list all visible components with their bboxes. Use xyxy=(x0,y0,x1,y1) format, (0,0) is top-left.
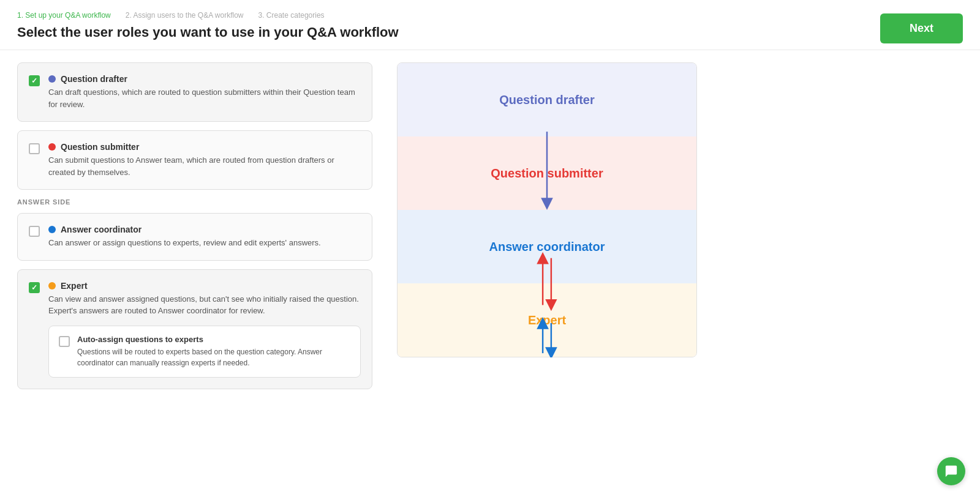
diagram-submitter-section: Question submitter xyxy=(398,136,696,210)
answer-side-label: ANSWER SIDE xyxy=(17,198,372,206)
breadcrumb-step-2: 2. Assign users to the Q&A workflow xyxy=(126,11,244,20)
question-drafter-desc: Can draft questions, which are routed to… xyxy=(48,86,361,110)
expert-card: Expert Can view and answer assigned ques… xyxy=(17,269,372,389)
answer-coordinator-desc: Can answer or assign questions to expert… xyxy=(48,237,321,249)
auto-assign-checkbox[interactable] xyxy=(59,336,70,347)
answer-coordinator-name: Answer coordinator xyxy=(61,225,141,234)
page-title: Select the user roles you want to use in… xyxy=(17,24,399,40)
question-drafter-checkbox-area[interactable] xyxy=(29,75,40,86)
question-drafter-dot xyxy=(48,75,56,83)
diagram-coordinator-section: Answer coordinator xyxy=(398,210,696,283)
question-submitter-title-row: Question submitter xyxy=(48,142,361,152)
question-submitter-checkbox[interactable] xyxy=(29,143,40,154)
question-drafter-info: Question drafter Can draft questions, wh… xyxy=(48,74,361,110)
left-panel: Question drafter Can draft questions, wh… xyxy=(17,62,372,398)
expert-checkbox-area[interactable] xyxy=(29,282,40,293)
question-submitter-checkbox-area[interactable] xyxy=(29,143,40,154)
header: 1. Set up your Q&A workflow 2. Assign us… xyxy=(0,0,980,50)
right-panel: Question drafter Question submitter Answ… xyxy=(397,62,963,398)
expert-title-row: Expert xyxy=(48,281,361,291)
answer-coordinator-checkbox-area[interactable] xyxy=(29,226,40,237)
question-submitter-card: Question submitter Can submit questions … xyxy=(17,130,372,190)
diagram-submitter-label: Question submitter xyxy=(491,166,603,181)
diagram-expert-label: Expert xyxy=(528,313,566,327)
question-drafter-title-row: Question drafter xyxy=(48,74,361,84)
expert-checkbox[interactable] xyxy=(29,282,40,293)
main-content: Question drafter Can draft questions, wh… xyxy=(0,50,980,410)
auto-assign-desc: Questions will be routed to experts base… xyxy=(77,346,350,368)
question-submitter-desc: Can submit questions to Answer team, whi… xyxy=(48,154,361,178)
expert-dot xyxy=(48,282,56,289)
next-button[interactable]: Next xyxy=(880,13,963,43)
breadcrumb: 1. Set up your Q&A workflow 2. Assign us… xyxy=(17,11,399,20)
answer-coordinator-card: Answer coordinator Can answer or assign … xyxy=(17,213,372,261)
answer-coordinator-dot xyxy=(48,226,56,233)
expert-name: Expert xyxy=(61,281,88,291)
question-drafter-checkbox[interactable] xyxy=(29,75,40,86)
answer-coordinator-checkbox[interactable] xyxy=(29,226,40,237)
question-submitter-dot xyxy=(48,143,56,151)
auto-assign-checkbox-area[interactable] xyxy=(59,336,70,347)
auto-assign-card: Auto-assign questions to experts Questio… xyxy=(48,326,361,378)
expert-desc: Can view and answer assigned questions, … xyxy=(48,293,361,317)
auto-assign-info: Auto-assign questions to experts Questio… xyxy=(77,335,350,368)
answer-coordinator-title-row: Answer coordinator xyxy=(48,225,321,234)
answer-coordinator-info: Answer coordinator Can answer or assign … xyxy=(48,225,321,249)
diagram-drafter-label: Question drafter xyxy=(499,93,595,107)
auto-assign-title: Auto-assign questions to experts xyxy=(77,335,350,344)
question-drafter-name: Question drafter xyxy=(61,74,127,84)
header-left: 1. Set up your Q&A workflow 2. Assign us… xyxy=(17,11,399,40)
question-drafter-card: Question drafter Can draft questions, wh… xyxy=(17,62,372,122)
question-submitter-info: Question submitter Can submit questions … xyxy=(48,142,361,178)
diagram: Question drafter Question submitter Answ… xyxy=(397,62,697,357)
diagram-expert-section: Expert xyxy=(398,283,696,357)
diagram-wrapper: Question drafter Question submitter Answ… xyxy=(397,62,697,357)
question-submitter-name: Question submitter xyxy=(61,142,139,152)
breadcrumb-step-3: 3. Create categories xyxy=(258,11,325,20)
expert-info: Expert Can view and answer assigned ques… xyxy=(48,281,361,378)
diagram-coordinator-label: Answer coordinator xyxy=(489,240,605,254)
diagram-drafter-section: Question drafter xyxy=(398,63,696,136)
breadcrumb-step-1: 1. Set up your Q&A workflow xyxy=(17,11,111,20)
